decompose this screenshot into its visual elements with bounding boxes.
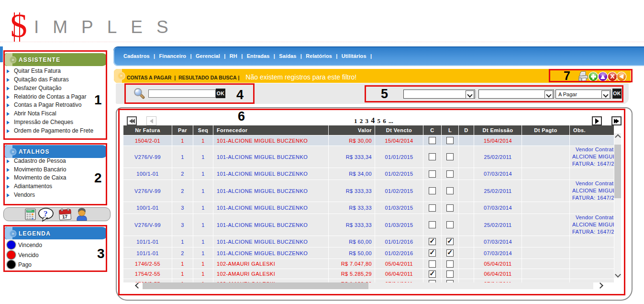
- svg-text:?: ?: [44, 209, 48, 218]
- svg-text:17: 17: [62, 214, 68, 220]
